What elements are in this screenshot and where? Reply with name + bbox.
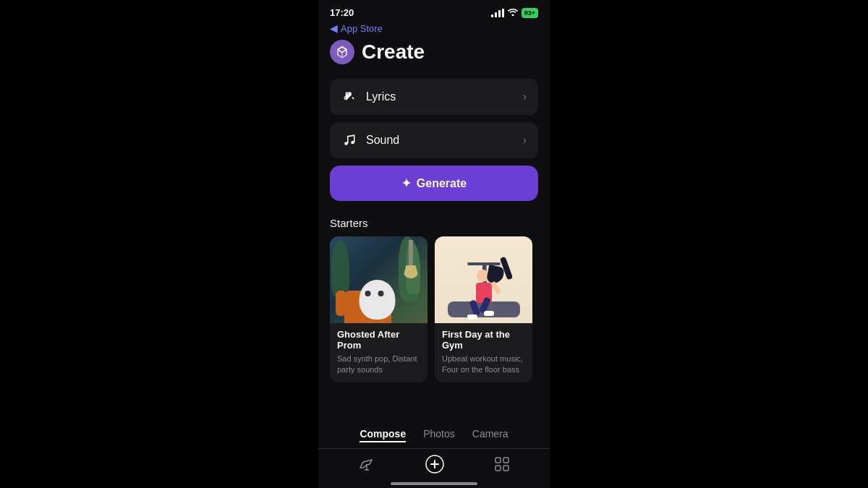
- svg-point-0: [347, 93, 349, 94]
- starters-heading: Starters: [330, 217, 538, 229]
- generate-spark-icon: ✦: [401, 176, 411, 190]
- starter-title-gym: First Day at the Gym: [442, 329, 525, 351]
- starter-title-ghosted: Ghosted After Prom: [337, 329, 420, 351]
- starters-list: Ghosted After Prom Sad synth pop, Distan…: [330, 236, 538, 382]
- page-title: Create: [362, 40, 425, 64]
- tab-photos[interactable]: Photos: [423, 428, 455, 442]
- starter-desc-ghosted: Sad synth pop, Distant party sounds: [337, 354, 420, 375]
- app-logo: [330, 40, 354, 64]
- sound-chevron: ›: [523, 134, 527, 147]
- bottom-tabs: Compose Photos Camera: [318, 422, 550, 488]
- starter-desc-gym: Upbeat workout music, Four on the floor …: [442, 354, 525, 375]
- tab-bar: [318, 448, 550, 482]
- lyrics-chevron: ›: [523, 90, 527, 103]
- sound-option[interactable]: Sound ›: [330, 122, 538, 158]
- svg-point-2: [351, 141, 354, 145]
- sound-label: Sound: [366, 134, 399, 147]
- status-bar: 17:20 93+: [318, 0, 550, 21]
- svg-rect-8: [503, 458, 509, 463]
- status-icons: 93+: [491, 8, 538, 18]
- svg-point-6: [433, 462, 437, 466]
- starter-card-gym[interactable]: First Day at the Gym Upbeat workout musi…: [435, 236, 532, 382]
- starter-image-ghosted: [330, 236, 427, 323]
- starter-card-ghosted[interactable]: Ghosted After Prom Sad synth pop, Distan…: [330, 236, 427, 382]
- tab-icon-grid[interactable]: [494, 456, 510, 472]
- tab-compose[interactable]: Compose: [359, 428, 406, 442]
- tab-camera[interactable]: Camera: [472, 428, 509, 442]
- lyrics-icon: [341, 89, 357, 105]
- lyrics-label: Lyrics: [366, 90, 396, 103]
- home-indicator: [391, 482, 477, 485]
- tab-icon-telescope[interactable]: [358, 455, 375, 473]
- signal-icon: [491, 9, 504, 17]
- starters-section: Starters: [330, 217, 538, 382]
- back-label: App Store: [341, 23, 383, 34]
- svg-rect-7: [495, 458, 501, 463]
- phone-frame: 17:20 93+ ◀ App Store: [318, 0, 550, 488]
- svg-rect-10: [503, 466, 509, 471]
- wifi-icon: [508, 8, 518, 17]
- tab-options: Compose Photos Camera: [318, 428, 550, 448]
- main-content: Create Lyrics ›: [318, 40, 550, 422]
- page-header: Create: [330, 40, 538, 64]
- generate-button[interactable]: ✦ Generate: [330, 166, 538, 201]
- logo-icon: [335, 45, 349, 59]
- generate-label: Generate: [417, 177, 467, 190]
- status-time: 17:20: [330, 7, 354, 18]
- starter-image-gym: [435, 236, 532, 323]
- app-store-back[interactable]: ◀ App Store: [318, 21, 550, 40]
- svg-point-1: [344, 142, 348, 145]
- sound-icon: [341, 132, 357, 148]
- back-arrow-icon: ◀: [330, 22, 338, 34]
- svg-rect-9: [495, 466, 501, 471]
- battery-badge: 93+: [522, 8, 538, 18]
- tab-icon-create[interactable]: [425, 455, 444, 474]
- lyrics-option[interactable]: Lyrics ›: [330, 79, 538, 115]
